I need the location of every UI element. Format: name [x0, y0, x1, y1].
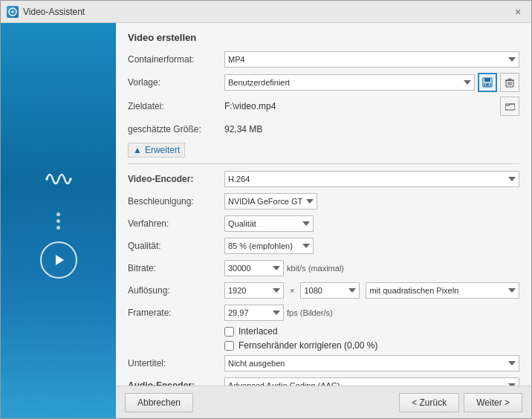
app-icon [7, 6, 19, 18]
label-verfahren: Verfahren: [128, 218, 224, 229]
control-groesse: 92,34 MB [224, 124, 519, 134]
row-framerate: Framerate: 29,97 fps (Bilder/s) [128, 304, 519, 322]
control-untertitel: Nicht ausgeben [224, 355, 519, 371]
value-groesse: 92,34 MB [224, 124, 262, 134]
label-aufloesung: Auflösung: [128, 285, 224, 296]
panel-dots [56, 212, 60, 230]
form-area: Video erstellen Containerformat: MP4 Vor… [116, 23, 531, 386]
row-qualitaet: Qualität: 85 % (empfohlen) [128, 237, 519, 255]
dot2 [56, 219, 60, 223]
svg-rect-14 [505, 104, 515, 110]
label-beschleunigung: Beschleunigung: [128, 196, 224, 207]
select-bitrate[interactable]: 30000 [224, 260, 284, 276]
row-zieldatei: Zieldatei: F:\video.mp4 [128, 97, 519, 116]
row-audioencoder: Audio-Encoder: Advanced Audio Coding (AA… [128, 377, 519, 386]
zurueck-button[interactable]: < Zurück [399, 393, 459, 412]
row-containerformat: Containerformat: MP4 [128, 51, 519, 68]
label-untertitel: Untertitel: [128, 358, 224, 368]
nav-buttons: < Zurück Weiter > [399, 393, 522, 412]
control-beschleunigung: NVIDIA GeForce GT [224, 193, 519, 210]
control-audioencoder: Advanced Audio Coding (AAC) [224, 377, 519, 386]
svg-rect-5 [484, 78, 490, 82]
delete-template-button[interactable] [500, 73, 519, 92]
select-aufloesung-w[interactable]: 1920 [224, 282, 284, 299]
row-videoencoder: Video-Encoder: H.264 [128, 170, 519, 188]
control-aufloesung: 1920 × 1080 mit quadratischen Pixeln [224, 282, 519, 299]
x-separator: × [287, 286, 297, 295]
bottom-bar: Abbrechen < Zurück Weiter > [116, 386, 531, 418]
play-icon [40, 241, 77, 279]
svg-marker-3 [56, 255, 64, 265]
close-button[interactable]: × [510, 4, 525, 19]
label-bitrate: Bitrate: [128, 263, 224, 273]
row-fernseh: Fernsehränder korrigieren (0,00 %) [128, 340, 519, 351]
label-fernsehraender[interactable]: Fernsehränder korrigieren (0,00 %) [239, 340, 377, 351]
abbrechen-button[interactable]: Abbrechen [125, 393, 193, 412]
unit-bitrate: kbit/s (maximal) [287, 264, 344, 273]
label-qualitaet: Qualität: [128, 241, 224, 251]
expand-button[interactable]: ▲ Erweitert [128, 143, 185, 157]
select-framerate[interactable]: 29,97 [224, 305, 284, 321]
weiter-button[interactable]: Weiter > [464, 393, 522, 412]
advanced-section: Video-Encoder: H.264 Beschleunigung: N [128, 163, 519, 386]
label-videoencoder: Video-Encoder: [128, 174, 224, 184]
select-vorlage[interactable]: Benutzerdefiniert [224, 74, 475, 91]
select-aufloesung-h[interactable]: 1080 [300, 282, 360, 299]
content-area: Video erstellen Containerformat: MP4 Vor… [1, 23, 531, 418]
row-groesse: geschätzte Größe: 92,34 MB [128, 120, 519, 138]
svg-point-2 [69, 178, 72, 181]
svg-rect-10 [508, 79, 511, 80]
select-qualitaet[interactable]: 85 % (empfohlen) [224, 238, 314, 254]
row-interlaced: Interlaced [128, 326, 519, 337]
row-untertitel: Untertitel: Nicht ausgeben [128, 354, 519, 372]
save-template-button[interactable] [478, 73, 497, 92]
select-beschleunigung[interactable]: NVIDIA GeForce GT [224, 193, 317, 210]
select-videoencoder[interactable]: H.264 [224, 171, 519, 187]
control-vorlage: Benutzerdefiniert [224, 73, 519, 92]
expand-icon: ▲ [133, 145, 142, 155]
row-verfahren: Verfahren: Qualität [128, 215, 519, 233]
left-panel [1, 23, 116, 418]
dialog-window: Video-Assistent × [0, 0, 532, 419]
label-framerate: Framerate: [128, 308, 224, 318]
value-zieldatei: F:\video.mp4 [224, 101, 276, 111]
row-aufloesung: Auflösung: 1920 × 1080 mit quadratischen… [128, 282, 519, 299]
browse-file-button[interactable] [500, 97, 519, 116]
label-vorlage: Vorlage: [128, 77, 224, 88]
control-videoencoder: H.264 [224, 171, 519, 187]
unit-framerate: fps (Bilder/s) [287, 308, 333, 317]
select-pixel-type[interactable]: mit quadratischen Pixeln [366, 282, 519, 299]
label-audioencoder: Audio-Encoder: [128, 380, 224, 386]
control-qualitaet: 85 % (empfohlen) [224, 238, 519, 254]
row-bitrate: Bitrate: 30000 kbit/s (maximal) [128, 259, 519, 277]
select-audioencoder[interactable]: Advanced Audio Coding (AAC) [224, 377, 519, 386]
panel-icons [40, 163, 77, 279]
label-groesse: geschätzte Größe: [128, 124, 224, 134]
control-zieldatei: F:\video.mp4 [224, 97, 519, 116]
svg-rect-7 [486, 84, 489, 85]
select-verfahren[interactable]: Qualität [224, 215, 314, 232]
dot3 [56, 226, 60, 230]
control-containerformat: MP4 [224, 51, 519, 68]
expand-label: Erweitert [145, 145, 180, 155]
checkbox-interlaced[interactable] [224, 327, 234, 337]
expand-section: ▲ Erweitert [128, 143, 519, 157]
section-title: Video erstellen [128, 32, 519, 43]
svg-point-1 [45, 178, 48, 181]
row-beschleunigung: Beschleunigung: NVIDIA GeForce GT [128, 192, 519, 210]
label-zieldatei: Zieldatei: [128, 101, 224, 111]
control-bitrate: 30000 kbit/s (maximal) [224, 260, 519, 276]
title-bar-text: Video-Assistent [23, 7, 510, 17]
control-framerate: 29,97 fps (Bilder/s) [224, 305, 519, 321]
label-interlaced[interactable]: Interlaced [239, 326, 278, 337]
control-verfahren: Qualität [224, 215, 519, 232]
label-containerformat: Containerformat: [128, 54, 224, 65]
wave-icon [42, 163, 75, 201]
checkbox-fernsehraender[interactable] [224, 341, 234, 351]
right-panel: Video erstellen Containerformat: MP4 Vor… [116, 23, 531, 418]
title-bar: Video-Assistent × [1, 1, 531, 23]
select-containerformat[interactable]: MP4 [224, 51, 519, 68]
row-vorlage: Vorlage: Benutzerdefiniert [128, 73, 519, 92]
dot1 [56, 212, 60, 216]
select-untertitel[interactable]: Nicht ausgeben [224, 355, 519, 371]
